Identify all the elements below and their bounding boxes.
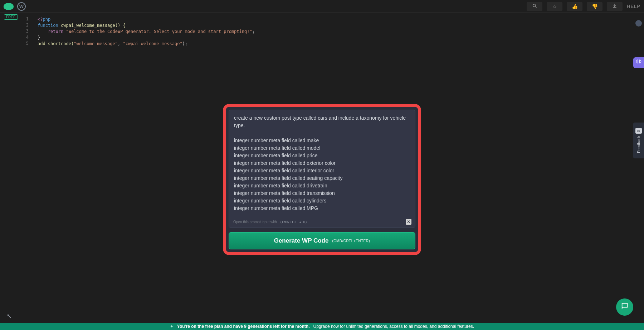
star-icon: ☆ <box>552 4 557 9</box>
ai-side-tab[interactable] <box>633 57 644 68</box>
prompt-input-wrapper: create a new custom post type called car… <box>229 110 415 228</box>
feedback-tab[interactable]: Feedback ✉ <box>633 123 644 158</box>
generate-button-label: Generate WP Code <box>274 237 329 244</box>
brain-icon <box>635 59 642 67</box>
top-toolbar: W ☆ 👍 👎 HELP <box>0 0 644 13</box>
wordpress-icon[interactable]: W <box>17 2 26 11</box>
prompt-hint: Open this prompt input with (CMD/CTRL + … <box>233 220 307 224</box>
svg-point-0 <box>533 4 536 7</box>
generate-shortcut: (CMD/CRTL+ENTER) <box>332 239 370 243</box>
feedback-envelope-icon: ✉ <box>635 128 642 134</box>
app-logo-icon <box>4 3 14 10</box>
svg-line-1 <box>535 6 536 8</box>
thumbs-down-button[interactable]: 👎 <box>587 2 602 11</box>
expand-arrows-icon: ⤢ <box>6 314 13 319</box>
search-icon <box>532 3 537 10</box>
prompt-panel: create a new custom post type called car… <box>223 104 421 255</box>
thumbs-up-icon: 👍 <box>572 4 578 9</box>
code-content[interactable]: <?php function cwpai_welcome_message() {… <box>38 16 640 47</box>
prompt-textarea[interactable]: create a new custom post type called car… <box>234 114 410 215</box>
help-button[interactable]: HELP <box>627 4 640 9</box>
favorite-button[interactable]: ☆ <box>547 2 562 11</box>
thumbs-down-icon: 👎 <box>592 4 598 9</box>
search-button[interactable] <box>527 2 542 11</box>
line-gutter: 1 2 3 4 5 <box>18 16 32 47</box>
expand-button[interactable]: ⤢ <box>5 314 13 319</box>
upgrade-banner[interactable]: ✦ You're on the free plan and have 9 gen… <box>0 323 644 330</box>
plan-badge: FREE <box>4 14 18 20</box>
close-prompt-button[interactable]: ✕ <box>406 219 411 225</box>
banner-bold-text: You're on the free plan and have 9 gener… <box>177 324 310 329</box>
generate-button[interactable]: Generate WP Code (CMD/CRTL+ENTER) <box>229 232 415 249</box>
feedback-label: Feedback <box>636 136 641 153</box>
close-icon: ✕ <box>407 219 410 224</box>
user-avatar[interactable] <box>635 20 642 27</box>
banner-rest-text: Upgrade now for unlimited generations, a… <box>313 324 474 329</box>
download-icon <box>612 3 617 9</box>
thumbs-up-button[interactable]: 👍 <box>567 2 582 11</box>
chat-fab[interactable] <box>616 298 633 316</box>
chat-icon <box>621 302 629 312</box>
download-button[interactable] <box>607 2 623 11</box>
sparkle-icon: ✦ <box>170 324 174 329</box>
